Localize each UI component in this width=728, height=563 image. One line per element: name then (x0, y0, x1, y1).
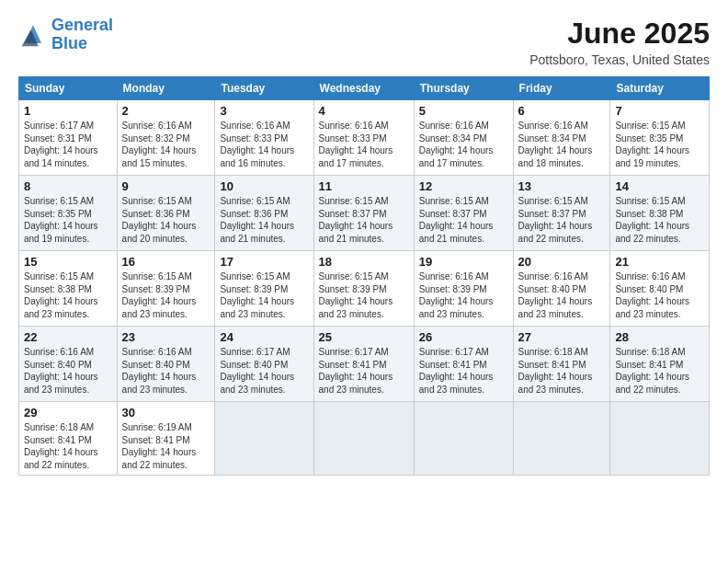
week-row-5: 29 Sunrise: 6:18 AMSunset: 8:41 PMDaylig… (19, 402, 710, 476)
day-19: 19 Sunrise: 6:16 AMSunset: 8:39 PMDaylig… (414, 251, 513, 327)
col-tuesday: Tuesday (215, 77, 313, 100)
day-15: 15 Sunrise: 6:15 AMSunset: 8:38 PMDaylig… (19, 251, 118, 327)
empty-cell-4 (513, 402, 610, 476)
week-row-1: 1 Sunrise: 6:17 AMSunset: 8:31 PMDayligh… (19, 100, 710, 176)
day-2: 2 Sunrise: 6:16 AMSunset: 8:32 PMDayligh… (117, 100, 215, 176)
logo-general: General (51, 16, 113, 34)
day-22: 22 Sunrise: 6:16 AMSunset: 8:40 PMDaylig… (19, 327, 118, 402)
day-27: 27 Sunrise: 6:18 AMSunset: 8:41 PMDaylig… (513, 327, 610, 402)
day-30: 30 Sunrise: 6:19 AMSunset: 8:41 PMDaylig… (117, 402, 215, 476)
day-28: 28 Sunrise: 6:18 AMSunset: 8:41 PMDaylig… (610, 327, 710, 402)
day-18: 18 Sunrise: 6:15 AMSunset: 8:39 PMDaylig… (313, 251, 414, 327)
header: General Blue June 2025 Pottsboro, Texas,… (18, 17, 710, 67)
day-9: 9 Sunrise: 6:15 AMSunset: 8:36 PMDayligh… (117, 176, 215, 251)
day-7: 7 Sunrise: 6:15 AMSunset: 8:35 PMDayligh… (610, 100, 710, 176)
day-17: 17 Sunrise: 6:15 AMSunset: 8:39 PMDaylig… (215, 251, 313, 327)
day-23: 23 Sunrise: 6:16 AMSunset: 8:40 PMDaylig… (117, 327, 215, 402)
col-monday: Monday (117, 77, 215, 100)
day-13: 13 Sunrise: 6:15 AMSunset: 8:37 PMDaylig… (513, 176, 610, 251)
day-25: 25 Sunrise: 6:17 AMSunset: 8:41 PMDaylig… (313, 327, 414, 402)
day-8: 8 Sunrise: 6:15 AMSunset: 8:35 PMDayligh… (19, 176, 118, 251)
empty-cell-3 (414, 402, 513, 476)
day-26: 26 Sunrise: 6:17 AMSunset: 8:41 PMDaylig… (414, 327, 513, 402)
day-29: 29 Sunrise: 6:18 AMSunset: 8:41 PMDaylig… (19, 402, 118, 476)
title-area: June 2025 Pottsboro, Texas, United State… (529, 17, 710, 67)
logo: General Blue (18, 17, 113, 53)
col-friday: Friday (513, 77, 610, 100)
day-1: 1 Sunrise: 6:17 AMSunset: 8:31 PMDayligh… (19, 100, 118, 176)
col-wednesday: Wednesday (313, 77, 414, 100)
logo-icon (18, 22, 48, 48)
empty-cell-5 (610, 402, 710, 476)
location: Pottsboro, Texas, United States (529, 52, 710, 67)
week-row-2: 8 Sunrise: 6:15 AMSunset: 8:35 PMDayligh… (19, 176, 710, 251)
page: General Blue June 2025 Pottsboro, Texas,… (0, 0, 728, 563)
col-saturday: Saturday (610, 77, 710, 100)
day-21: 21 Sunrise: 6:16 AMSunset: 8:40 PMDaylig… (610, 251, 710, 327)
weekday-header-row: Sunday Monday Tuesday Wednesday Thursday… (19, 77, 710, 100)
day-6: 6 Sunrise: 6:16 AMSunset: 8:34 PMDayligh… (513, 100, 610, 176)
logo-blue: Blue (51, 34, 87, 52)
week-row-3: 15 Sunrise: 6:15 AMSunset: 8:38 PMDaylig… (19, 251, 710, 327)
empty-cell-1 (215, 402, 313, 476)
day-3: 3 Sunrise: 6:16 AMSunset: 8:33 PMDayligh… (215, 100, 313, 176)
day-14: 14 Sunrise: 6:15 AMSunset: 8:38 PMDaylig… (610, 176, 710, 251)
day-10: 10 Sunrise: 6:15 AMSunset: 8:36 PMDaylig… (215, 176, 313, 251)
day-4: 4 Sunrise: 6:16 AMSunset: 8:33 PMDayligh… (313, 100, 414, 176)
week-row-4: 22 Sunrise: 6:16 AMSunset: 8:40 PMDaylig… (19, 327, 710, 402)
empty-cell-2 (313, 402, 414, 476)
col-thursday: Thursday (414, 77, 513, 100)
month-title: June 2025 (529, 17, 710, 51)
day-24: 24 Sunrise: 6:17 AMSunset: 8:40 PMDaylig… (215, 327, 313, 402)
day-11: 11 Sunrise: 6:15 AMSunset: 8:37 PMDaylig… (313, 176, 414, 251)
day-16: 16 Sunrise: 6:15 AMSunset: 8:39 PMDaylig… (117, 251, 215, 327)
day-20: 20 Sunrise: 6:16 AMSunset: 8:40 PMDaylig… (513, 251, 610, 327)
day-5: 5 Sunrise: 6:16 AMSunset: 8:34 PMDayligh… (414, 100, 513, 176)
logo-text: General Blue (51, 17, 113, 53)
day-12: 12 Sunrise: 6:15 AMSunset: 8:37 PMDaylig… (414, 176, 513, 251)
col-sunday: Sunday (19, 77, 118, 100)
calendar: Sunday Monday Tuesday Wednesday Thursday… (18, 76, 710, 476)
